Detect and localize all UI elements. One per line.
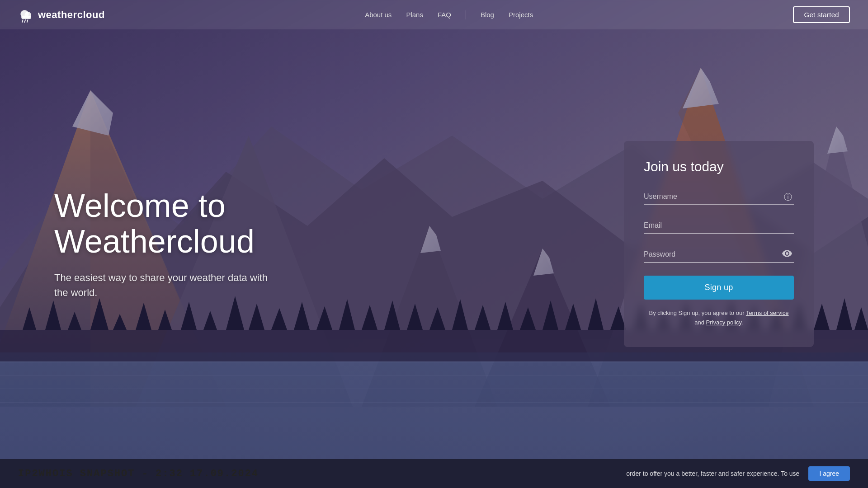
email-group (644, 218, 794, 234)
info-icon: ⓘ (784, 192, 792, 202)
nav-plans[interactable]: Plans (406, 11, 423, 19)
navbar: weathercloud About us Plans FAQ Blog Pro… (0, 0, 868, 29)
terms-link[interactable]: Terms of service (746, 310, 789, 316)
email-input[interactable] (644, 218, 794, 234)
logo-text: weathercloud (38, 9, 105, 21)
hero-title: Welcome to Weathercloud (54, 188, 326, 259)
agree-button[interactable]: I agree (808, 466, 850, 481)
logo-icon (18, 7, 34, 23)
svg-line-64 (24, 19, 25, 22)
hero-subtitle: The easiest way to share your weather da… (54, 270, 280, 300)
signup-form: ⓘ Sign up By clicking Sign up, (644, 189, 794, 328)
eye-icon[interactable] (782, 250, 792, 259)
signup-button[interactable]: Sign up (644, 276, 794, 300)
password-input[interactable] (644, 247, 794, 263)
svg-line-65 (27, 19, 28, 22)
username-input[interactable] (644, 189, 794, 205)
nav-separator (466, 10, 466, 19)
logo[interactable]: weathercloud (18, 7, 105, 23)
hero-text-block: Welcome to Weathercloud The easiest way … (54, 188, 326, 300)
signup-title: Join us today (644, 159, 794, 174)
password-group (644, 247, 794, 263)
snapshot-watermark: IP2WHOIS SNAPSHOT - 2:32 17.09.2024 (18, 468, 259, 479)
svg-rect-62 (21, 15, 31, 19)
get-started-button[interactable]: Get started (793, 6, 850, 23)
nav-blog[interactable]: Blog (481, 11, 494, 19)
nav-about[interactable]: About us (365, 11, 392, 19)
nav-projects[interactable]: Projects (509, 11, 533, 19)
hero-content: Welcome to Weathercloud The easiest way … (0, 0, 868, 488)
nav-links: About us Plans FAQ Blog Projects (365, 10, 533, 19)
privacy-link[interactable]: Privacy policy (706, 319, 742, 326)
cookie-message: order to offer you a better, faster and … (626, 470, 799, 477)
nav-faq[interactable]: FAQ (438, 11, 451, 19)
terms-text: By clicking Sign up, you agree to our Te… (644, 309, 794, 328)
username-group: ⓘ (644, 189, 794, 205)
svg-line-63 (22, 19, 23, 22)
signup-card: Join us today ⓘ (624, 141, 814, 347)
cookie-banner: IP2WHOIS SNAPSHOT - 2:32 17.09.2024 orde… (0, 459, 868, 488)
